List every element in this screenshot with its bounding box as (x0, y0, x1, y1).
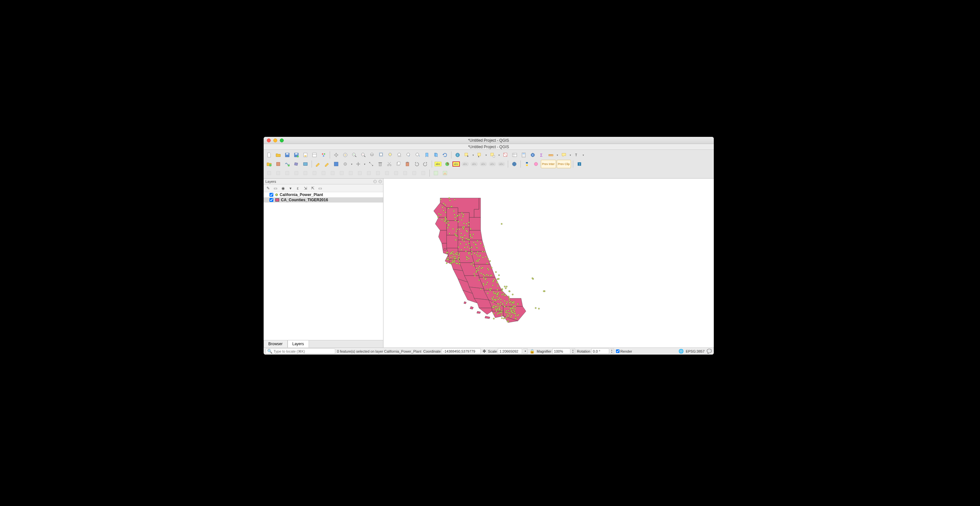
measure-button[interactable] (547, 151, 555, 159)
zoom-in-button[interactable]: + (350, 151, 358, 159)
filter-by-expression-icon[interactable]: ε (295, 185, 301, 192)
crs-icon[interactable]: 🌐 (678, 349, 684, 354)
abc-r4-button[interactable]: abc (488, 160, 497, 168)
show-bookmarks-button[interactable] (432, 151, 440, 159)
statistics-button[interactable]: Σ (538, 151, 546, 159)
layer-row[interactable]: California_Power_Plant (264, 192, 383, 197)
show-layout-manager-button[interactable] (310, 151, 319, 159)
abc-boxed-button[interactable]: abc (452, 160, 461, 168)
expand-all-icon[interactable]: ⇲ (302, 185, 309, 192)
redo-button[interactable] (422, 160, 430, 168)
open-project-button[interactable] (274, 151, 282, 159)
abc-single-button[interactable]: abc (434, 160, 442, 168)
save-as-project-button[interactable] (292, 151, 301, 159)
new-spatialite-button[interactable] (292, 160, 301, 168)
delete-selected-button[interactable] (376, 160, 384, 168)
lock-scale-icon[interactable]: 🔒 (530, 349, 535, 354)
python-button[interactable] (523, 160, 531, 168)
abc-r3-button[interactable]: abc (479, 160, 488, 168)
new-geopackage-button[interactable] (274, 160, 282, 168)
paste-button[interactable] (403, 160, 412, 168)
save-edits-button[interactable] (332, 160, 340, 168)
new-bookmark-button[interactable] (423, 151, 431, 159)
zoom-out-button[interactable]: − (359, 151, 368, 159)
new-virtual-layer-button[interactable] (301, 160, 310, 168)
panel-close-icon[interactable]: ◦ (379, 180, 382, 183)
select-by-expression-button[interactable]: ε (476, 151, 484, 159)
new-project-button[interactable] (265, 151, 273, 159)
dropdown-arrow-icon[interactable]: ▾ (556, 154, 559, 157)
zoom-native-button[interactable]: 1:1 (368, 151, 377, 159)
messages-icon[interactable]: 💬 (707, 349, 712, 354)
crs-label[interactable]: EPSG:3857 (686, 349, 705, 353)
plugin-a-button[interactable] (532, 160, 540, 168)
zoom-last-button[interactable] (404, 151, 413, 159)
toggle-extents-icon[interactable]: ✥ (482, 349, 486, 354)
new-shapefile-button[interactable] (283, 160, 291, 168)
show-map-tips-button[interactable] (560, 151, 568, 159)
add-group-icon[interactable]: ▭ (272, 185, 279, 192)
dropdown-arrow-icon[interactable]: ▾ (582, 154, 585, 157)
render-checkbox[interactable]: Render (616, 349, 632, 353)
scale-dropdown[interactable]: ▾ (523, 349, 528, 354)
move-feature-button[interactable] (354, 160, 363, 168)
dropdown-arrow-icon[interactable]: ▾ (569, 154, 572, 157)
tab-layers[interactable]: Layers (288, 340, 309, 347)
abc-r1-button[interactable]: abc (461, 160, 469, 168)
panel-float-icon[interactable]: ◦ (374, 180, 377, 183)
cut-button[interactable] (385, 160, 393, 168)
node-tool-button[interactable] (367, 160, 375, 168)
locator-bar[interactable]: 🔍 (266, 349, 335, 354)
collapse-all-icon[interactable]: ⇱ (310, 185, 316, 192)
deselect-all-button[interactable] (501, 151, 510, 159)
zoom-to-layer-button[interactable] (395, 151, 404, 159)
filter-legend-icon[interactable]: ▾ (287, 185, 294, 192)
help-button[interactable]: ? (575, 160, 584, 168)
pan-to-selection-button[interactable] (341, 151, 350, 159)
current-edits-button[interactable] (314, 160, 322, 168)
layer-visibility-checkbox[interactable] (269, 193, 273, 197)
identify-button[interactable]: i (453, 151, 462, 159)
layer-row[interactable]: CA_Counties_TIGER2016 (264, 197, 383, 203)
add-feature-button[interactable] (341, 160, 350, 168)
zoom-next-button[interactable] (414, 151, 422, 159)
scale-value[interactable]: 1:20665092 (498, 349, 522, 354)
layer-tree[interactable]: California_Power_PlantCA_Counties_TIGER2… (264, 192, 383, 340)
dropdown-arrow-icon[interactable]: ▾ (363, 163, 366, 166)
style-manager-button[interactable] (319, 151, 328, 159)
open-data-source-manager-button[interactable] (265, 160, 273, 168)
metasearch-button[interactable] (510, 160, 519, 168)
save-project-button[interactable] (283, 151, 291, 159)
dropdown-arrow-icon[interactable]: ▾ (471, 154, 475, 157)
prev-clip-button[interactable]: Prev Clip (557, 160, 571, 168)
undo-button[interactable] (412, 160, 421, 168)
remove-layer-icon[interactable]: ▭ (317, 185, 323, 192)
layer-style-icon[interactable]: ✎ (265, 185, 271, 192)
layer-visibility-checkbox[interactable] (269, 198, 273, 202)
refresh-button[interactable] (441, 151, 449, 159)
tab-browser[interactable]: Browser (264, 340, 288, 347)
magnifier-spinner[interactable]: ▲▼ (571, 349, 575, 354)
zoom-to-selection-button[interactable] (387, 151, 395, 159)
abc-r2-button[interactable]: abc (470, 160, 479, 168)
map-canvas[interactable] (383, 179, 714, 347)
magnifier-value[interactable]: 100% (552, 349, 570, 354)
rotation-spinner[interactable]: ▲▼ (610, 349, 614, 354)
titlebar[interactable]: *Untitled Project - QGIS (264, 137, 714, 144)
layers-panel-header[interactable]: Layers ◦ ◦ (264, 179, 383, 184)
manage-visibility-icon[interactable]: ◉ (280, 185, 286, 192)
open-field-calculator-button[interactable] (519, 151, 528, 159)
copy-button[interactable] (394, 160, 402, 168)
dropdown-arrow-icon[interactable]: ▾ (485, 154, 488, 157)
zoom-full-button[interactable] (377, 151, 386, 159)
dropdown-arrow-icon[interactable]: ▾ (350, 163, 353, 166)
prev-inter-button[interactable]: Prev Inter (541, 160, 556, 168)
diagram-button[interactable] (443, 160, 452, 168)
new-print-layout-button[interactable] (301, 151, 310, 159)
toggle-editing-button[interactable] (323, 160, 331, 168)
select-by-value-button[interactable] (488, 151, 497, 159)
annotation-button[interactable]: T (573, 151, 581, 159)
rotation-value[interactable]: 0.0 ° (591, 349, 609, 354)
open-attribute-table-button[interactable] (511, 151, 519, 159)
dropdown-arrow-icon[interactable]: ▾ (498, 154, 501, 157)
